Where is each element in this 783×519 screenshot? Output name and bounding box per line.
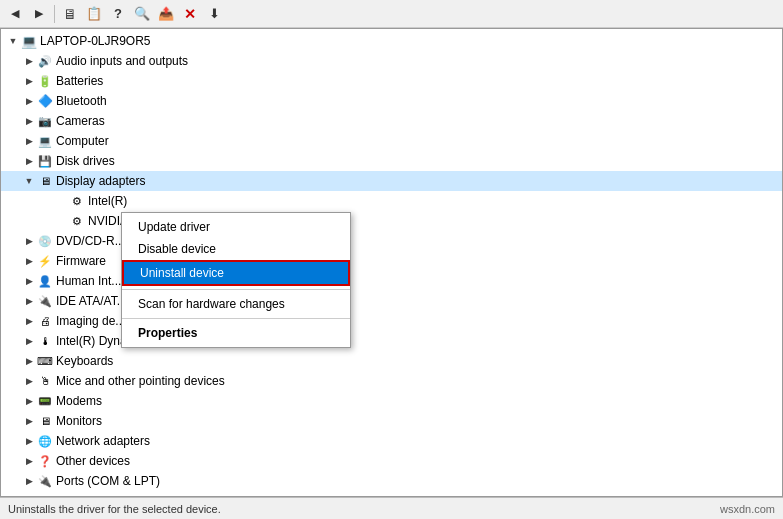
tree-root[interactable]: 💻 LAPTOP-0LJR9OR5 bbox=[1, 31, 782, 51]
context-menu: Update driver Disable device Uninstall d… bbox=[121, 212, 351, 348]
nvidia-expand bbox=[53, 213, 69, 229]
display-expand[interactable] bbox=[21, 173, 37, 189]
tree-item-display[interactable]: Display adapters bbox=[1, 171, 782, 191]
audio-label: Audio inputs and outputs bbox=[56, 54, 188, 68]
batteries-label: Batteries bbox=[56, 74, 103, 88]
other-expand[interactable] bbox=[21, 453, 37, 469]
other-icon bbox=[37, 453, 53, 469]
properties-button[interactable]: 📋 bbox=[83, 3, 105, 25]
mouse-icon bbox=[37, 373, 53, 389]
audio-icon bbox=[37, 53, 53, 69]
properties-menu-item[interactable]: Properties bbox=[122, 322, 350, 344]
bluetooth-expand[interactable] bbox=[21, 93, 37, 109]
human-expand[interactable] bbox=[21, 273, 37, 289]
imaging-icon bbox=[37, 313, 53, 329]
monitor-icon bbox=[37, 413, 53, 429]
ports-label: Ports (COM & LPT) bbox=[56, 474, 160, 488]
mice-expand[interactable] bbox=[21, 373, 37, 389]
intel-icon bbox=[69, 193, 85, 209]
tree-item-nvidia[interactable]: NVIDIA bbox=[1, 211, 782, 231]
keyboard-icon bbox=[37, 353, 53, 369]
uninstall-device-menu-item[interactable]: Uninstall device bbox=[122, 260, 350, 286]
computer-label: Computer bbox=[56, 134, 109, 148]
tree-item-computer[interactable]: Computer bbox=[1, 131, 782, 151]
dvd-expand[interactable] bbox=[21, 233, 37, 249]
firmware-icon bbox=[37, 253, 53, 269]
monitors-label: Monitors bbox=[56, 414, 102, 428]
tree-item-ide[interactable]: IDE ATA/AT... bbox=[1, 291, 782, 311]
dvd-icon bbox=[37, 233, 53, 249]
tree-item-intel[interactable]: Intel(R) bbox=[1, 191, 782, 211]
human-icon bbox=[37, 273, 53, 289]
tree-item-audio[interactable]: Audio inputs and outputs bbox=[1, 51, 782, 71]
scan-hardware-button[interactable]: 🔍 bbox=[131, 3, 153, 25]
tree-item-ports[interactable]: Ports (COM & LPT) bbox=[1, 471, 782, 491]
update-driver-menu-item[interactable]: Update driver bbox=[122, 216, 350, 238]
keyboards-label: Keyboards bbox=[56, 354, 113, 368]
camera-icon bbox=[37, 113, 53, 129]
tree-item-thermal[interactable]: Intel(R) Dynamic Platform and Thermal Fr… bbox=[1, 331, 782, 351]
bluetooth-label: Bluetooth bbox=[56, 94, 107, 108]
battery-icon bbox=[37, 73, 53, 89]
update-driver-toolbar-button[interactable]: 📤 bbox=[155, 3, 177, 25]
disk-label: Disk drives bbox=[56, 154, 115, 168]
delete-button[interactable]: ✕ bbox=[179, 3, 201, 25]
device-manager-panel: 💻 LAPTOP-0LJR9OR5 Audio inputs and outpu… bbox=[0, 28, 783, 497]
intel-expand bbox=[53, 193, 69, 209]
keyboards-expand[interactable] bbox=[21, 353, 37, 369]
help-button[interactable]: ? bbox=[107, 3, 129, 25]
tree-item-disk[interactable]: Disk drives bbox=[1, 151, 782, 171]
display-icon bbox=[37, 173, 53, 189]
audio-expand[interactable] bbox=[21, 53, 37, 69]
firmware-label: Firmware bbox=[56, 254, 106, 268]
tree-item-keyboards[interactable]: Keyboards bbox=[1, 351, 782, 371]
disk-expand[interactable] bbox=[21, 153, 37, 169]
forward-button[interactable]: ▶ bbox=[28, 3, 50, 25]
firmware-expand[interactable] bbox=[21, 253, 37, 269]
ports-expand[interactable] bbox=[21, 473, 37, 489]
modem-icon bbox=[37, 393, 53, 409]
tree-item-mice[interactable]: Mice and other pointing devices bbox=[1, 371, 782, 391]
cameras-expand[interactable] bbox=[21, 113, 37, 129]
back-button[interactable]: ◀ bbox=[4, 3, 26, 25]
ide-icon bbox=[37, 293, 53, 309]
download-button[interactable]: ⬇ bbox=[203, 3, 225, 25]
thermal-icon bbox=[37, 333, 53, 349]
computer-tree-icon bbox=[37, 133, 53, 149]
cameras-label: Cameras bbox=[56, 114, 105, 128]
imaging-label: Imaging de... bbox=[56, 314, 125, 328]
modems-expand[interactable] bbox=[21, 393, 37, 409]
batteries-expand[interactable] bbox=[21, 73, 37, 89]
tree-item-print[interactable]: Print queues bbox=[1, 491, 782, 496]
ide-expand[interactable] bbox=[21, 293, 37, 309]
tree-item-batteries[interactable]: Batteries bbox=[1, 71, 782, 91]
tree-item-firmware[interactable]: Firmware bbox=[1, 251, 782, 271]
tree-item-human[interactable]: Human Int... bbox=[1, 271, 782, 291]
network-expand[interactable] bbox=[21, 433, 37, 449]
device-tree[interactable]: 💻 LAPTOP-0LJR9OR5 Audio inputs and outpu… bbox=[1, 29, 782, 496]
other-label: Other devices bbox=[56, 454, 130, 468]
tree-item-other[interactable]: Other devices bbox=[1, 451, 782, 471]
print-expand[interactable] bbox=[21, 493, 37, 496]
imaging-expand[interactable] bbox=[21, 313, 37, 329]
root-expand-arrow[interactable] bbox=[5, 33, 21, 49]
monitors-expand[interactable] bbox=[21, 413, 37, 429]
ports-icon bbox=[37, 473, 53, 489]
network-label: Network adapters bbox=[56, 434, 150, 448]
print-icon bbox=[37, 493, 53, 496]
laptop-icon: 💻 bbox=[21, 33, 37, 49]
tree-item-dvd[interactable]: DVD/CD-R... bbox=[1, 231, 782, 251]
display-label: Display adapters bbox=[56, 174, 145, 188]
intel-label: Intel(R) bbox=[88, 194, 127, 208]
tree-item-modems[interactable]: Modems bbox=[1, 391, 782, 411]
computer-expand[interactable] bbox=[21, 133, 37, 149]
scan-hardware-menu-item[interactable]: Scan for hardware changes bbox=[122, 293, 350, 315]
disable-device-menu-item[interactable]: Disable device bbox=[122, 238, 350, 260]
tree-item-cameras[interactable]: Cameras bbox=[1, 111, 782, 131]
computer-button[interactable]: 🖥 bbox=[59, 3, 81, 25]
tree-item-monitors[interactable]: Monitors bbox=[1, 411, 782, 431]
tree-item-bluetooth[interactable]: 🔷 Bluetooth bbox=[1, 91, 782, 111]
tree-item-network[interactable]: Network adapters bbox=[1, 431, 782, 451]
tree-item-imaging[interactable]: Imaging de... bbox=[1, 311, 782, 331]
thermal-expand[interactable] bbox=[21, 333, 37, 349]
